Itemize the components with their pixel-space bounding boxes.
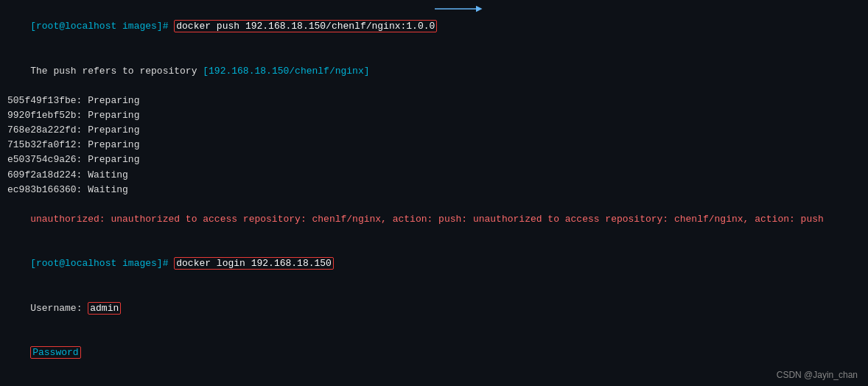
cmd-highlight-2: docker login 192.168.18.150 [174, 257, 334, 270]
prompt-2: [root@localhost images]# [30, 258, 174, 269]
username-value: admin [88, 302, 121, 315]
line-password: Password [7, 331, 861, 375]
line-1: [root@localhost images]# docker push 192… [7, 4, 861, 49]
line-2: The push refers to repository [192.168.1… [7, 49, 861, 93]
prompt-1: [root@localhost images]# [30, 21, 174, 32]
line-login-cmd: [root@localhost images]# docker login 19… [7, 242, 861, 286]
error-text: unauthorized: unauthorized to access rep… [30, 214, 824, 225]
line-9: ec983b166360: Waiting [7, 183, 861, 197]
password-label: Password [30, 346, 80, 359]
line-8: 609f2a18d224: Waiting [7, 168, 861, 183]
push-refers-1: The push refers to repository [30, 66, 203, 77]
line-username: Username: admin [7, 287, 861, 331]
csdn-watermark: CSDN @Jayin_chan [777, 370, 858, 380]
line-3: 505f49f13fbe: Preparing [7, 94, 861, 108]
line-warning: WARNING! Your password will be stored un… [7, 376, 861, 386]
terminal: [root@localhost images]# docker push 192… [0, 0, 868, 386]
line-6: 715b32fa0f12: Preparing [7, 138, 861, 152]
line-4: 9920f1ebf52b: Preparing [7, 108, 861, 123]
line-7: e503754c9a26: Preparing [7, 152, 861, 167]
line-5: 768e28a222fd: Preparing [7, 123, 861, 138]
repo-link-1: [192.168.18.150/chenlf/nginx] [203, 66, 369, 77]
cmd-highlight-1: docker push 192.168.18.150/chenlf/nginx:… [174, 20, 437, 32]
username-label: Username: [30, 303, 88, 314]
line-error: unauthorized: unauthorized to access rep… [7, 197, 861, 242]
